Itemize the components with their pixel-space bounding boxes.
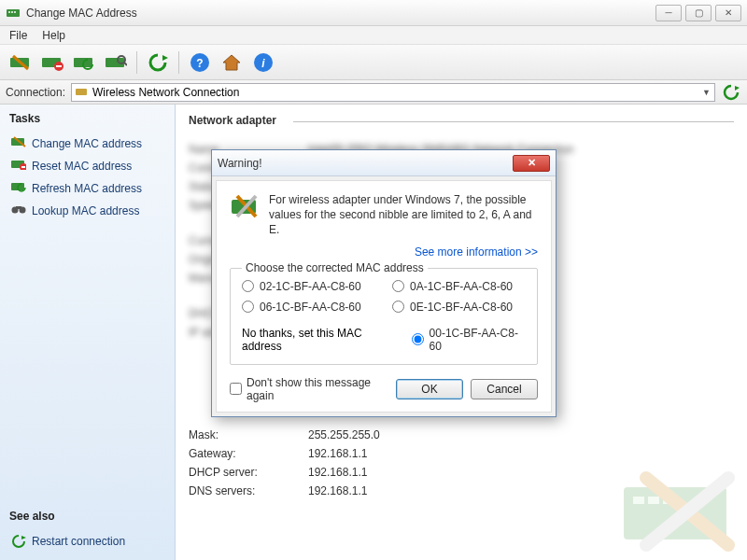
dialog-title-text: Warning! [218, 157, 513, 170]
connection-select[interactable]: Wireless Network Connection ▼ [71, 83, 715, 102]
dialog-close-button[interactable]: ✕ [513, 155, 550, 172]
task-lookup-mac[interactable]: Lookup MAC address [9, 200, 165, 222]
refresh-icon [11, 534, 26, 549]
task-change-mac[interactable]: Change MAC address [9, 133, 165, 155]
app-icon [6, 6, 21, 21]
task-label: Reset MAC address [32, 160, 132, 173]
svg-marker-30 [21, 536, 26, 539]
toolbar-lookup-mac-button[interactable] [101, 49, 131, 77]
warning-dialog: Warning! ✕ For wireless adapter under Wi… [211, 149, 557, 417]
field-value: 192.168.1.1 [308, 447, 367, 460]
mac-options-fieldset: Choose the corrected MAC address 02-1C-B… [230, 268, 538, 365]
see-more-link[interactable]: See more information >> [230, 245, 538, 259]
maximize-button[interactable]: ▢ [685, 5, 712, 21]
toolbar-change-mac-button[interactable] [6, 49, 35, 77]
dialog-info: For wireless adapter under Windows 7, th… [230, 192, 538, 238]
svg-rect-3 [14, 11, 16, 13]
menubar: File Help [0, 26, 747, 45]
dialog-message: For wireless adapter under Windows 7, th… [269, 192, 538, 238]
field-mask: Mask: 255.255.255.0 [189, 426, 734, 444]
field-gateway: Gateway: 192.168.1.1 [189, 444, 734, 463]
mac-option-2[interactable]: 06-1C-BF-AA-C8-60 [242, 301, 375, 314]
field-value: 192.168.1.1 [308, 466, 367, 479]
menu-help[interactable]: Help [35, 27, 73, 44]
mac-option-3[interactable]: 0E-1C-BF-AA-C8-60 [392, 301, 526, 314]
ok-button[interactable]: OK [396, 379, 463, 399]
window-controls: ─ ▢ ✕ [652, 5, 741, 21]
nic-reset-icon [11, 159, 26, 174]
see-also-header: See also [9, 510, 165, 523]
connection-label: Connection: [6, 86, 65, 99]
mac-options: 02-1C-BF-AA-C8-60 0A-1C-BF-AA-C8-60 06-1… [242, 280, 526, 314]
svg-marker-20 [735, 86, 740, 91]
svg-marker-13 [162, 55, 168, 61]
toolbar-separator [136, 51, 137, 74]
field-label: DHCP server: [189, 466, 308, 479]
nic-edit-icon [11, 136, 26, 151]
task-label: Lookup MAC address [32, 204, 139, 217]
field-value: 192.168.1.1 [308, 484, 367, 497]
toolbar-help-button[interactable]: ? [185, 49, 215, 77]
dont-show-label: Don't show this message again [247, 376, 388, 402]
connection-value: Wireless Network Connection [92, 86, 239, 99]
toolbar: ? i [0, 45, 747, 80]
mac-option-label: 0A-1C-BF-AA-C8-60 [410, 280, 513, 293]
connection-bar: Connection: Wireless Network Connection … [0, 80, 747, 105]
toolbar-refresh-button[interactable] [143, 49, 173, 77]
field-label: Mask: [189, 428, 308, 441]
adapter-icon [76, 87, 89, 98]
svg-rect-19 [76, 89, 87, 95]
close-button[interactable]: ✕ [715, 5, 741, 21]
binoculars-icon [11, 203, 26, 218]
svg-rect-25 [21, 166, 25, 168]
dialog-bottom: Don't show this message again OK Cancel [230, 376, 538, 402]
svg-rect-29 [16, 206, 21, 209]
seealso-restart-connection[interactable]: Restart connection [9, 530, 165, 553]
svg-rect-33 [648, 497, 659, 504]
svg-rect-1 [8, 11, 10, 13]
field-label: Gateway: [189, 447, 308, 460]
mac-option-label: 00-1C-BF-AA-C8-60 [430, 327, 526, 353]
mac-option-label: 06-1C-BF-AA-C8-60 [260, 301, 361, 314]
watermark-icon [618, 470, 740, 554]
sidebar: Tasks Change MAC address Reset MAC addre… [0, 105, 176, 560]
window-title: Change MAC Address [26, 7, 652, 20]
toolbar-separator [178, 51, 179, 74]
no-thanks-row: No thanks, set this MAC address 00-1C-BF… [242, 327, 526, 353]
tasks-header: Tasks [9, 112, 165, 125]
task-label: Refresh MAC address [32, 182, 142, 195]
dialog-titlebar: Warning! ✕ [212, 150, 556, 176]
chevron-down-icon: ▼ [702, 88, 711, 97]
nic-tools-icon [230, 192, 260, 222]
svg-rect-2 [11, 11, 13, 13]
task-label: Change MAC address [32, 137, 142, 150]
dont-show-checkbox[interactable]: Don't show this message again [230, 376, 388, 402]
mac-option-label: 02-1C-BF-AA-C8-60 [260, 280, 361, 293]
svg-rect-32 [633, 497, 644, 504]
minimize-button[interactable]: ─ [655, 5, 682, 21]
fieldset-legend: Choose the corrected MAC address [242, 261, 428, 274]
see-also-section: See also Restart connection [9, 500, 165, 553]
titlebar: Change MAC Address ─ ▢ ✕ [0, 0, 747, 26]
svg-marker-16 [223, 55, 240, 70]
seealso-label: Restart connection [32, 535, 125, 548]
svg-line-12 [124, 63, 127, 65]
network-adapter-header: Network adapter [189, 114, 276, 127]
svg-text:?: ? [196, 57, 203, 70]
dialog-body: For wireless adapter under Windows 7, th… [216, 180, 552, 413]
field-value: 255.255.255.0 [308, 428, 380, 441]
cancel-button[interactable]: Cancel [471, 379, 538, 399]
connection-refresh-button[interactable] [721, 82, 741, 103]
toolbar-about-button[interactable]: i [248, 49, 278, 77]
task-reset-mac[interactable]: Reset MAC address [9, 155, 165, 177]
mac-option-keep[interactable]: 00-1C-BF-AA-C8-60 [412, 327, 526, 353]
header-rule [293, 121, 734, 122]
no-thanks-label: No thanks, set this MAC address [242, 327, 399, 353]
toolbar-refresh-mac-button[interactable] [69, 49, 99, 77]
mac-option-0[interactable]: 02-1C-BF-AA-C8-60 [242, 280, 375, 293]
menu-file[interactable]: File [2, 27, 35, 44]
mac-option-1[interactable]: 0A-1C-BF-AA-C8-60 [392, 280, 526, 293]
toolbar-home-button[interactable] [217, 49, 247, 77]
task-refresh-mac[interactable]: Refresh MAC address [9, 177, 165, 200]
toolbar-reset-mac-button[interactable] [37, 49, 67, 77]
